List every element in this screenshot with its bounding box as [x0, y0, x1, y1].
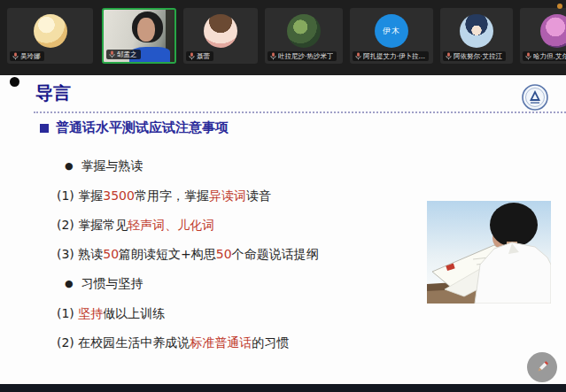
participant-tile[interactable]: 哈力但.艾尔 [520, 8, 566, 64]
participant-strip: 吴玲娜 邹孟之 聂蕾 [0, 0, 566, 75]
annotation-pencil-button[interactable] [527, 352, 557, 382]
mic-icon [109, 50, 115, 58]
participant-name-pill: 吴玲娜 [10, 51, 44, 61]
square-bullet-icon [40, 124, 49, 133]
participant-name-pill: 聂蕾 [186, 51, 213, 61]
item-text-segment: 坚持 [78, 306, 103, 320]
university-logo-icon [521, 83, 549, 111]
item-text-segment: (2) 在校园生活中养成说 [57, 335, 190, 350]
reading-person-image [427, 201, 551, 304]
mic-icon [270, 52, 276, 60]
slide-bullet-header: ●掌握与熟读 [57, 158, 438, 173]
item-text-segment: 轻声词、儿化词 [128, 218, 214, 232]
header-text: 习惯与坚持 [81, 276, 143, 290]
bullet-dot-icon: ● [65, 278, 74, 289]
item-text-segment: 读音 [246, 188, 271, 203]
slide-list-item: (1) 坚持做以上训练 [57, 306, 438, 320]
participant-name: 阿扎提艾力·伊卜拉… [363, 52, 425, 60]
participant-name: 吐拉尼沙·热沙米丁 [278, 52, 333, 60]
slide-list-item: (2) 在校园生活中养成说标准普通话的习惯 [57, 335, 438, 350]
participant-name: 哈力但.艾尔 [533, 52, 566, 60]
item-text-segment: (2) 掌握常见 [57, 218, 128, 232]
participant-avatar [287, 14, 321, 48]
dotted-divider [34, 111, 566, 113]
item-text-segment: 50 [103, 247, 119, 261]
item-text-segment: 个命题说话提纲 [232, 247, 319, 261]
item-text-segment: 异读词 [209, 188, 246, 203]
item-text-segment: (1) [57, 306, 78, 320]
participant-name-pill: 阿依努尔·艾拉江 [443, 51, 506, 61]
item-text-segment: 篇朗读短文+构思 [119, 247, 216, 261]
slide-body: ●掌握与熟读(1) 掌握3500常用字，掌握异读词读音(2) 掌握常见轻声词、儿… [57, 158, 438, 365]
item-text-segment: 3500 [103, 188, 135, 203]
item-text-segment: (1) 掌握 [57, 188, 103, 203]
participant-tile[interactable]: 邹孟之 [102, 8, 176, 64]
item-text-segment: 50 [216, 247, 232, 261]
slide-title: 导言 [35, 81, 71, 105]
slide-list-item: (1) 掌握3500常用字，掌握异读词读音 [57, 188, 438, 203]
participant-tile[interactable]: 伊木 阿扎提艾力·伊卜拉… [350, 8, 433, 64]
participant-avatar [540, 14, 566, 48]
slide-heading: 普通话水平测试应试注意事项 [56, 119, 229, 136]
slide-heading-row: 普通话水平测试应试注意事项 [40, 119, 229, 136]
slide-marker-dot [10, 77, 19, 87]
notification-dot [557, 4, 562, 9]
participant-name-pill: 阿扎提艾力·伊卜拉… [353, 51, 429, 61]
mic-icon [12, 52, 19, 60]
mic-icon [189, 52, 195, 60]
participant-tile[interactable]: 阿依努尔·艾拉江 [440, 8, 513, 64]
mic-icon [355, 52, 361, 60]
mic-icon [525, 52, 531, 60]
participant-name: 阿依努尔·艾拉江 [454, 52, 502, 60]
header-text: 掌握与熟读 [81, 158, 143, 173]
participant-avatar [460, 14, 493, 48]
slide-list-item: (2) 掌握常见轻声词、儿化词 [57, 218, 438, 232]
item-text-segment: 的习惯 [252, 335, 289, 350]
participant-tile[interactable]: 吴玲娜 [7, 8, 93, 64]
item-text-segment: (3) 熟读 [57, 247, 103, 261]
slide-bullet-header: ●习惯与坚持 [57, 276, 438, 291]
item-text-segment: 标准普通话 [190, 335, 252, 350]
meeting-window: 吴玲娜 邹孟之 聂蕾 [0, 0, 566, 392]
bullet-dot-icon: ● [65, 160, 74, 172]
participant-avatar [204, 14, 237, 48]
participant-name-pill: 吐拉尼沙·热沙米丁 [267, 51, 337, 61]
participant-avatar [34, 14, 67, 48]
pencil-icon [534, 359, 550, 375]
mic-icon [446, 52, 452, 60]
participant-tile[interactable]: 吐拉尼沙·热沙米丁 [265, 8, 343, 64]
participant-tile[interactable]: 聂蕾 [183, 8, 258, 64]
shared-slide: 导言 普通话水平测试应试注意事项 ●掌握与熟读(1) 掌握3500常用字，掌握异… [0, 75, 566, 384]
participant-name: 聂蕾 [197, 52, 210, 60]
participant-name-pill: 邹孟之 [106, 50, 141, 59]
participant-name: 吴玲娜 [20, 52, 41, 60]
item-text-segment: 做以上训练 [103, 306, 165, 320]
taskbar-strip [0, 384, 566, 392]
item-text-segment: 常用字，掌握 [135, 188, 209, 203]
participant-name-pill: 哈力但.艾尔 [523, 51, 566, 61]
slide-list-item: (3) 熟读50篇朗读短文+构思50个命题说话提纲 [57, 247, 438, 261]
participant-avatar: 伊木 [375, 14, 408, 48]
participant-name: 邹孟之 [117, 50, 137, 58]
